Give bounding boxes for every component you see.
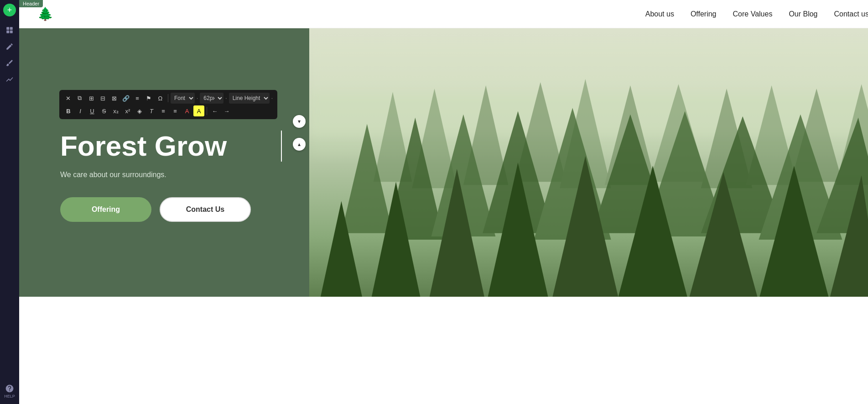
nav-offering[interactable]: Offering [691, 10, 717, 18]
tb-omega-btn[interactable]: Ω [155, 93, 166, 104]
tb-font-color-btn[interactable]: A [182, 105, 192, 116]
forest-illustration [309, 28, 868, 297]
add-button[interactable]: + [3, 4, 16, 16]
toolbar-sep2 [207, 107, 207, 115]
collapse-down-btn[interactable]: ▾ [293, 115, 306, 128]
tb-link-btn[interactable]: 🔗 [120, 93, 131, 104]
hero-section: ✕ ⧉ ⊞ ⊟ ⊠ 🔗 ≡ ⚑ Ω Font · 62px [19, 28, 868, 297]
sidebar: + HELP [0, 0, 19, 404]
nav-about[interactable]: About us [645, 10, 674, 18]
tb-strike-btn[interactable]: S [99, 105, 109, 116]
website-header: Header 🌲 About us Offering Core Values O… [19, 0, 868, 28]
sidebar-bottom: HELP [4, 384, 15, 404]
tb-subscript-btn[interactable]: x₂ [110, 105, 121, 116]
tb-flag-btn[interactable]: ⚑ [144, 93, 154, 104]
contact-button[interactable]: Contact Us [160, 197, 251, 222]
nav-core-values[interactable]: Core Values [733, 10, 773, 18]
hero-right [309, 28, 868, 297]
hero-title: Forest Grow [60, 131, 282, 162]
tb-typeface-btn[interactable]: T [146, 105, 157, 116]
tb-align-right-btn[interactable]: ≡ [170, 105, 181, 116]
nav-links: About us Offering Core Values Our Blog C… [645, 10, 868, 18]
tb-align-center-btn[interactable]: ≡ [158, 105, 169, 116]
svg-rect-1 [10, 27, 13, 30]
font-dot: · [197, 95, 198, 101]
layers-icon[interactable] [2, 23, 17, 37]
svg-rect-0 [6, 27, 9, 30]
tb-close-btn[interactable]: ✕ [63, 93, 73, 104]
font-size-select[interactable]: 62px [200, 93, 223, 104]
svg-rect-2 [6, 31, 9, 33]
bottom-area [38, 297, 868, 404]
hero-subtitle: We care about our surroundings. [60, 171, 282, 179]
main-area: Header 🌲 About us Offering Core Values O… [19, 0, 868, 404]
toolbar-row1: ✕ ⧉ ⊞ ⊟ ⊠ 🔗 ≡ ⚑ Ω Font · 62px [61, 92, 275, 105]
tb-copy-btn[interactable]: ⧉ [74, 93, 85, 104]
edit-icon[interactable] [2, 39, 17, 54]
toolbar-sep1 [168, 94, 168, 102]
header-label: Header [19, 0, 43, 7]
tb-superscript-btn[interactable]: x² [122, 105, 133, 116]
collapse-up-btn[interactable]: ▴ [293, 138, 306, 151]
hero-left: ✕ ⧉ ⊞ ⊟ ⊠ 🔗 ≡ ⚑ Ω Font · 62px [19, 28, 309, 297]
font-select[interactable]: Font [171, 93, 195, 104]
lineheight-dot: · [271, 95, 273, 101]
svg-rect-3 [10, 31, 13, 33]
logo-icon: 🌲 [37, 6, 53, 21]
tb-highlight-btn[interactable]: ◈ [134, 105, 145, 116]
brush-icon[interactable] [2, 56, 17, 70]
tb-table2-btn[interactable]: ⊟ [98, 93, 108, 104]
hero-buttons: Offering Contact Us [60, 197, 282, 222]
tb-undo-btn[interactable]: ← [209, 105, 220, 116]
chart-icon[interactable] [2, 72, 17, 87]
tb-redo-btn[interactable]: → [221, 105, 232, 116]
tb-list-btn[interactable]: ≡ [132, 93, 142, 104]
tb-italic-btn[interactable]: I [75, 105, 86, 116]
tb-table-btn[interactable]: ⊞ [86, 93, 96, 104]
nav-contact[interactable]: Contact us [834, 10, 868, 18]
toolbar-row2: B I U S x₂ x² ◈ T ≡ ≡ A A ← → [61, 105, 275, 117]
line-height-select[interactable]: Line Height [229, 93, 270, 104]
nav-blog[interactable]: Our Blog [789, 10, 817, 18]
tb-font-bg-btn[interactable]: A [193, 105, 204, 116]
logo-area: 🌲 [37, 6, 53, 21]
tb-bold-btn[interactable]: B [63, 105, 74, 116]
size-dot: · [225, 95, 227, 101]
help-label: HELP [4, 394, 15, 399]
tb-underline-btn[interactable]: U [87, 105, 98, 116]
text-toolbar: ✕ ⧉ ⊞ ⊟ ⊠ 🔗 ≡ ⚑ Ω Font · 62px [59, 90, 277, 119]
tb-table3-btn[interactable]: ⊠ [109, 93, 120, 104]
help-button[interactable]: HELP [4, 384, 15, 399]
offering-button[interactable]: Offering [60, 197, 151, 222]
